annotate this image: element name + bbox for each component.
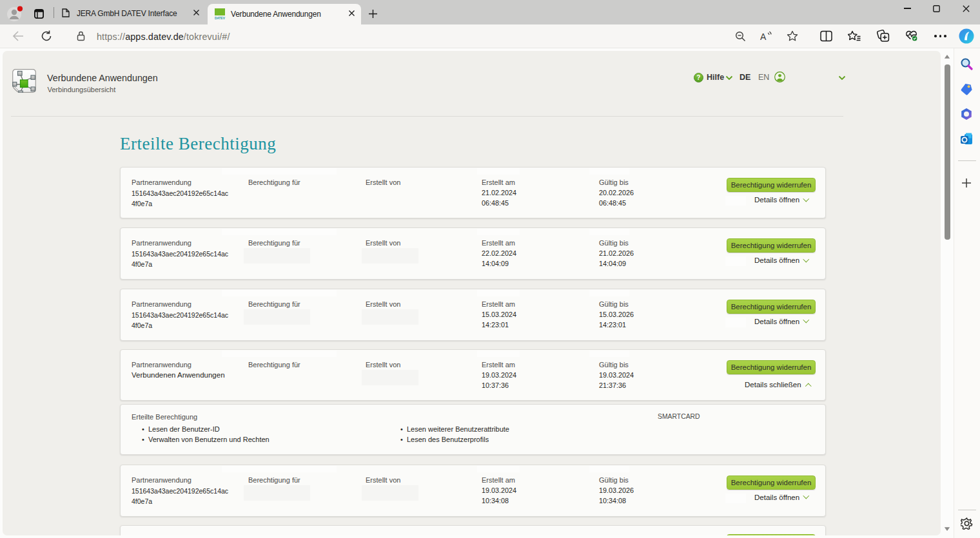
svg-text:A: A [760, 32, 767, 42]
svg-text:?: ? [696, 74, 700, 81]
svg-text:DATEV: DATEV [215, 16, 226, 20]
